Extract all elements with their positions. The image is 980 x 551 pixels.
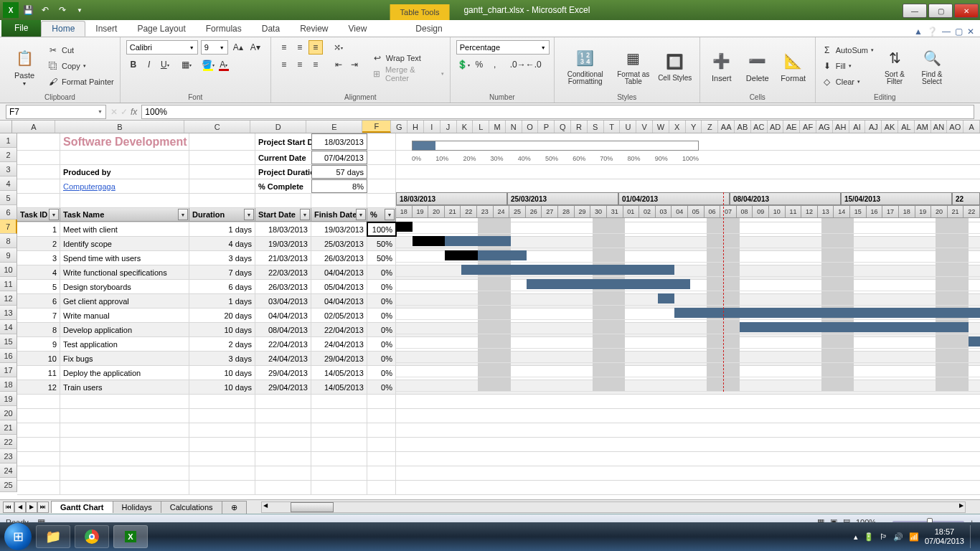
col-header-N[interactable]: N [506, 121, 522, 133]
undo-icon[interactable]: ↶ [37, 2, 53, 18]
row-header-3[interactable]: 3 [0, 162, 17, 176]
network-icon[interactable]: 📶 [909, 532, 919, 542]
col-header-AJ[interactable]: AJ [865, 121, 882, 133]
col-header-C[interactable]: C [184, 121, 250, 133]
row-header-23[interactable]: 23 [0, 449, 17, 463]
volume-icon[interactable]: 🔊 [893, 532, 903, 542]
col-header-AK[interactable]: AK [882, 121, 898, 133]
font-color-button[interactable]: A▾ [217, 57, 231, 72]
header-pct[interactable]: %▼ [367, 208, 396, 222]
row-header-5[interactable]: 5 [0, 191, 17, 205]
align-left-icon[interactable]: ≡ [277, 57, 291, 72]
sheet-tab[interactable]: Holidays [113, 501, 161, 513]
col-header-AN[interactable]: AN [931, 121, 948, 133]
col-header-AF[interactable]: AF [800, 121, 816, 133]
row-header-4[interactable]: 4 [0, 176, 17, 191]
decrease-indent-icon[interactable]: ⇤ [331, 57, 346, 72]
align-right-icon[interactable]: ≡ [308, 57, 323, 72]
col-header-A[interactable]: A [12, 121, 55, 133]
col-header-AB[interactable]: AB [735, 121, 751, 133]
col-header-S[interactable]: S [588, 121, 604, 133]
number-format-combo[interactable]: Percentage▼ [456, 40, 550, 55]
cut-button[interactable]: ✂Cut [47, 43, 114, 57]
increase-decimal-icon[interactable]: .0→ [511, 57, 525, 72]
col-header-AC[interactable]: AC [751, 121, 768, 133]
col-header-AO[interactable]: AO [947, 121, 963, 133]
row-header-24[interactable]: 24 [0, 463, 17, 478]
comma-format-icon[interactable]: , [488, 57, 502, 72]
doc-close-icon[interactable]: ✕ [967, 27, 974, 37]
row-header-21[interactable]: 21 [0, 420, 17, 435]
find-select-button[interactable]: 🔍Find & Select [915, 40, 948, 92]
tab-design[interactable]: Design [405, 21, 452, 37]
tab-insert[interactable]: Insert [85, 21, 127, 37]
filter-button[interactable]: ▼ [356, 209, 366, 220]
tab-review[interactable]: Review [290, 21, 338, 37]
minimize-button[interactable]: — [903, 4, 927, 18]
current-date-label[interactable]: Current Date [255, 151, 311, 164]
complete-value[interactable]: 8% [311, 179, 367, 193]
col-header-W[interactable]: W [653, 121, 669, 133]
header-finish[interactable]: Finish Date▼ [311, 208, 367, 222]
col-header-K[interactable]: K [457, 121, 473, 133]
maximize-button[interactable]: ▢ [928, 4, 953, 18]
tab-view[interactable]: View [339, 21, 377, 37]
cells-area[interactable]: Software DevelopmentProject Start Date18… [17, 133, 980, 499]
qat-dropdown-icon[interactable]: ▼ [72, 2, 88, 18]
filter-button[interactable]: ▼ [385, 209, 395, 220]
col-header-AE[interactable]: AE [783, 121, 800, 133]
prev-sheet-button[interactable]: ◀ [14, 501, 26, 513]
col-header-J[interactable]: J [440, 121, 457, 133]
header-name[interactable]: Task Name▼ [60, 208, 189, 222]
row-header-6[interactable]: 6 [0, 205, 17, 220]
tray-chevron-icon[interactable]: ▴ [854, 532, 858, 542]
col-header-Z[interactable]: Z [702, 121, 718, 133]
align-middle-icon[interactable]: ≡ [293, 40, 307, 55]
col-header-Q[interactable]: Q [555, 121, 571, 133]
row-header-9[interactable]: 9 [0, 248, 17, 263]
first-sheet-button[interactable]: ⏮ [3, 501, 14, 513]
header-id[interactable]: Task ID▼ [17, 208, 60, 222]
sheet-tab[interactable]: Calculations [161, 501, 222, 513]
row-header-20[interactable]: 20 [0, 406, 17, 420]
row-header-19[interactable]: 19 [0, 392, 17, 406]
flag-icon[interactable]: 🏳 [880, 532, 887, 541]
scrollbar-thumb[interactable] [291, 502, 334, 512]
col-header-AH[interactable]: AH [833, 121, 849, 133]
col-header-G[interactable]: G [391, 121, 407, 133]
font-name-combo[interactable]: Calibri▼ [126, 40, 198, 55]
worksheet[interactable]: ABCDEFGHIJKLMNOPQRSTUVWXYZAAABACADAEAFAG… [0, 121, 980, 499]
horizontal-scrollbar[interactable]: ◀ ▶ [261, 501, 966, 513]
enter-formula-icon[interactable]: ✓ [121, 107, 128, 117]
row-header-1[interactable]: 1 [0, 133, 17, 148]
header-dur[interactable]: Duration▼ [189, 208, 255, 222]
select-all-corner[interactable] [0, 121, 12, 133]
row-header-11[interactable]: 11 [0, 277, 17, 291]
excel-task[interactable]: X [113, 525, 148, 548]
help-icon[interactable]: ❔ [927, 27, 938, 37]
show-desktop-button[interactable] [970, 525, 976, 548]
fill-color-button[interactable]: 🪣▾ [201, 57, 215, 72]
shrink-font-icon[interactable]: A▾ [248, 40, 263, 55]
cell-styles-button[interactable]: 🔲Cell Styles [656, 40, 694, 92]
save-icon[interactable]: 💾 [20, 2, 36, 18]
col-header-M[interactable]: M [489, 121, 506, 133]
name-box[interactable]: F7▼ [6, 105, 106, 119]
fill-button[interactable]: ⬇Fill▾ [821, 59, 874, 73]
col-header-U[interactable]: U [620, 121, 636, 133]
start-date-value[interactable]: 18/03/2013 [311, 133, 367, 150]
filter-button[interactable]: ▼ [178, 209, 188, 220]
filter-button[interactable]: ▼ [244, 209, 254, 220]
col-header-O[interactable]: O [522, 121, 539, 133]
col-header-D[interactable]: D [250, 121, 306, 133]
redo-icon[interactable]: ↷ [55, 2, 70, 18]
col-header-P[interactable]: P [538, 121, 555, 133]
tab-page-layout[interactable]: Page Layout [127, 21, 195, 37]
tab-formulas[interactable]: Formulas [196, 21, 252, 37]
border-button[interactable]: ▦▾ [179, 57, 194, 72]
col-header-AD[interactable]: AD [768, 121, 784, 133]
col-header-AA[interactable]: AA [718, 121, 735, 133]
filter-button[interactable]: ▼ [300, 209, 310, 220]
row-header-14[interactable]: 14 [0, 320, 17, 334]
bold-button[interactable]: B [126, 57, 141, 72]
